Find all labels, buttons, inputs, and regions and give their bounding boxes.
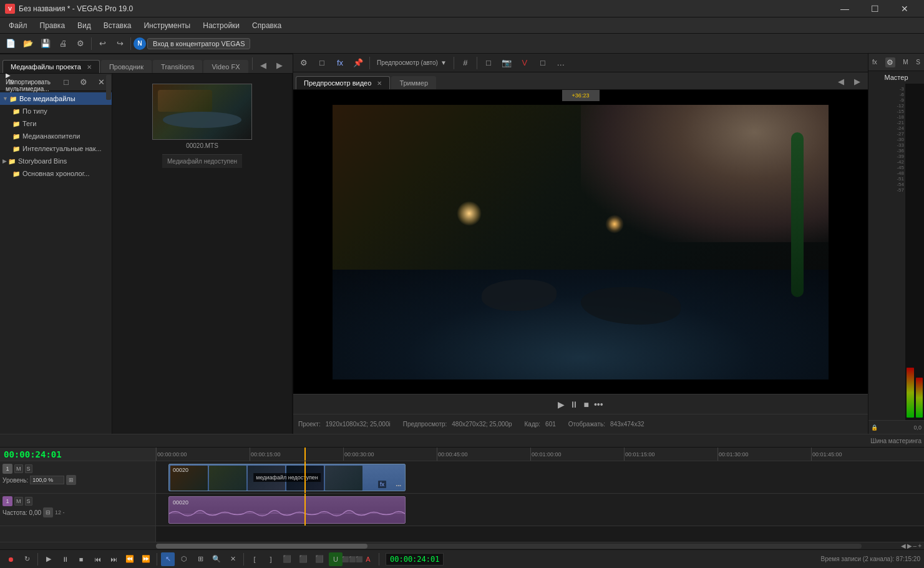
preview-settings-btn[interactable]: ⚙ bbox=[296, 55, 312, 71]
track-m-btn-audio[interactable]: M bbox=[14, 497, 23, 506]
tab-video-fx[interactable]: Video FX bbox=[203, 60, 248, 73]
vegas-hub-label[interactable]: Вход в концентратор VEGAS bbox=[147, 38, 250, 49]
scrollbar-thumb[interactable] bbox=[156, 544, 367, 549]
tree-item-media-drives[interactable]: 📁 Медианакопители bbox=[0, 130, 112, 142]
tree-item-storyboard[interactable]: ▶ 📁 Storyboard Bins bbox=[0, 155, 112, 167]
menu-file[interactable]: Файл bbox=[2, 19, 34, 32]
track-m-btn-video[interactable]: M bbox=[14, 464, 23, 473]
freq-icon-audio[interactable]: ⊟ bbox=[43, 507, 53, 517]
record-button[interactable]: ⏺ bbox=[4, 552, 17, 566]
zoom-out-btn[interactable]: – bbox=[913, 542, 917, 549]
track-s-btn-audio[interactable]: S bbox=[25, 497, 32, 506]
minimize-button[interactable]: — bbox=[830, 0, 859, 17]
panel-settings[interactable]: ⚙ bbox=[75, 74, 92, 91]
fx-label[interactable]: fx bbox=[872, 59, 877, 66]
preview-tab-next[interactable]: ▶ bbox=[849, 73, 865, 89]
tab-video-preview[interactable]: Предпросмотр видео ✕ bbox=[296, 76, 390, 89]
tree-item-all-media[interactable]: ▼ 📁 Все медиафайлы bbox=[0, 92, 112, 105]
command-marker-btn[interactable]: ⬛ bbox=[296, 552, 310, 566]
cursor-tool-btn[interactable]: ↖ bbox=[161, 552, 175, 566]
tree-item-smart[interactable]: 📁 Интеллектуальные нак... bbox=[0, 142, 112, 155]
marker-in-btn[interactable]: [ bbox=[248, 552, 261, 566]
tree-item-main-timeline[interactable]: 📁 Основная хронолог... bbox=[0, 167, 112, 180]
zoom-tool-btn[interactable]: ⊞ bbox=[193, 552, 207, 566]
preview-split-btn[interactable]: □ bbox=[314, 55, 330, 71]
prev-frame-button[interactable]: ⏮ bbox=[90, 552, 104, 566]
import-media-button[interactable]: ▶ Импортировать мультимедиа... bbox=[20, 74, 36, 91]
menu-edit[interactable]: Правка bbox=[34, 19, 72, 32]
new-button[interactable]: 📄 bbox=[2, 36, 19, 52]
stop-button[interactable]: ■ bbox=[74, 552, 88, 566]
pause-button[interactable]: ⏸ bbox=[58, 552, 72, 566]
video-clip[interactable]: 00020 медиафайл недоступен fx ••• bbox=[168, 464, 406, 491]
undo-button[interactable]: ↩ bbox=[94, 36, 110, 52]
track-s-btn-video[interactable]: S bbox=[25, 464, 32, 473]
preview-extra-2[interactable]: … bbox=[553, 55, 569, 71]
preview-stop-icon[interactable]: ■ bbox=[583, 399, 588, 409]
level-value-video[interactable]: 100,0 % bbox=[30, 476, 64, 484]
tree-item-tags[interactable]: 📁 Теги bbox=[0, 117, 112, 130]
envelope-tool-btn[interactable]: ⬡ bbox=[177, 552, 191, 566]
print-button[interactable]: 🖨 bbox=[55, 36, 71, 52]
preview-more-icon[interactable]: ••• bbox=[594, 399, 603, 409]
preview-extra-1[interactable]: □ bbox=[535, 55, 551, 71]
fastforward-button[interactable]: ⏩ bbox=[139, 552, 153, 566]
media-thumbnail[interactable] bbox=[152, 84, 252, 140]
zoom-in-btn[interactable]: + bbox=[918, 542, 922, 549]
tab-media-files[interactable]: Медиафайлы проекта ✕ bbox=[2, 60, 100, 73]
preview-fx-btn[interactable]: fx bbox=[332, 55, 348, 71]
preview-v-btn[interactable]: V bbox=[517, 55, 533, 71]
tab-arrow-right[interactable]: ▶ bbox=[271, 57, 288, 73]
preview-mode-dropdown[interactable]: Предпросмотр (авто) ▼ bbox=[373, 55, 450, 71]
master-settings-icon[interactable]: ⚙ bbox=[885, 57, 895, 67]
search-btn[interactable]: 🔍 bbox=[210, 552, 223, 566]
marker-out-btn[interactable]: ] bbox=[264, 552, 278, 566]
sync-marker-btn[interactable]: ⬛ bbox=[313, 552, 326, 566]
next-frame-button[interactable]: ⏭ bbox=[107, 552, 120, 566]
preview-grid-btn[interactable]: # bbox=[457, 55, 474, 71]
save-button[interactable]: 💾 bbox=[37, 36, 54, 52]
menu-tools[interactable]: Инструменты bbox=[137, 19, 197, 32]
clip-fx-icon[interactable]: fx bbox=[378, 481, 386, 488]
level-icon-video[interactable]: ⊞ bbox=[66, 475, 76, 485]
scroll-left-btn[interactable]: ◀ bbox=[901, 542, 906, 549]
extra-btn-1[interactable]: U bbox=[329, 552, 343, 566]
loop-button[interactable]: ↻ bbox=[20, 552, 34, 566]
preview-play-icon[interactable]: ▶ bbox=[558, 399, 565, 409]
rewind-button[interactable]: ⏪ bbox=[123, 552, 137, 566]
lock-icon[interactable]: 🔒 bbox=[871, 424, 878, 431]
region-btn[interactable]: ⬛ bbox=[280, 552, 294, 566]
preview-snapshot-btn[interactable]: 📷 bbox=[498, 55, 515, 71]
redo-button[interactable]: ↪ bbox=[112, 36, 128, 52]
preview-pin-btn[interactable]: 📌 bbox=[350, 55, 366, 71]
extra-btn-3[interactable]: A bbox=[361, 552, 375, 566]
preview-copy-btn[interactable]: □ bbox=[480, 55, 497, 71]
close-gap-btn[interactable]: ✕ bbox=[226, 552, 240, 566]
properties-button[interactable]: ⚙ bbox=[72, 36, 89, 52]
preview-tab-close-icon[interactable]: ✕ bbox=[377, 80, 382, 87]
menu-view[interactable]: Вид bbox=[71, 19, 97, 32]
master-m-btn[interactable]: M bbox=[903, 59, 908, 66]
scroll-right-btn[interactable]: ▶ bbox=[907, 542, 912, 549]
extra-btn-2[interactable]: ⬛⬛⬛ bbox=[345, 552, 359, 566]
tab-arrow-left[interactable]: ◀ bbox=[255, 57, 271, 73]
preview-tab-prev[interactable]: ◀ bbox=[833, 73, 849, 89]
panel-resize-handle[interactable] bbox=[106, 75, 111, 100]
menu-insert[interactable]: Вставка bbox=[97, 19, 138, 32]
open-button[interactable]: 📂 bbox=[20, 36, 36, 52]
menu-help[interactable]: Справка bbox=[246, 19, 288, 32]
preview-pause-icon[interactable]: ⏸ bbox=[570, 399, 578, 409]
tab-close-icon[interactable]: ✕ bbox=[87, 64, 92, 71]
view-toggle[interactable]: □ bbox=[58, 74, 74, 91]
play-button[interactable]: ▶ bbox=[42, 552, 56, 566]
tab-trimmer[interactable]: Триммер bbox=[391, 76, 436, 89]
clip-more-icon[interactable]: ••• bbox=[396, 482, 401, 488]
menu-settings[interactable]: Настройки bbox=[197, 19, 246, 32]
audio-clip[interactable]: 00020 bbox=[168, 496, 406, 524]
close-button[interactable]: ✕ bbox=[890, 0, 919, 17]
tree-item-by-type[interactable]: 📁 По типу bbox=[0, 105, 112, 117]
tab-explorer[interactable]: Проводник bbox=[101, 60, 152, 73]
tab-transitions[interactable]: Transitions bbox=[153, 60, 202, 73]
maximize-button[interactable]: ☐ bbox=[860, 0, 889, 17]
master-s-btn[interactable]: S bbox=[916, 59, 920, 66]
